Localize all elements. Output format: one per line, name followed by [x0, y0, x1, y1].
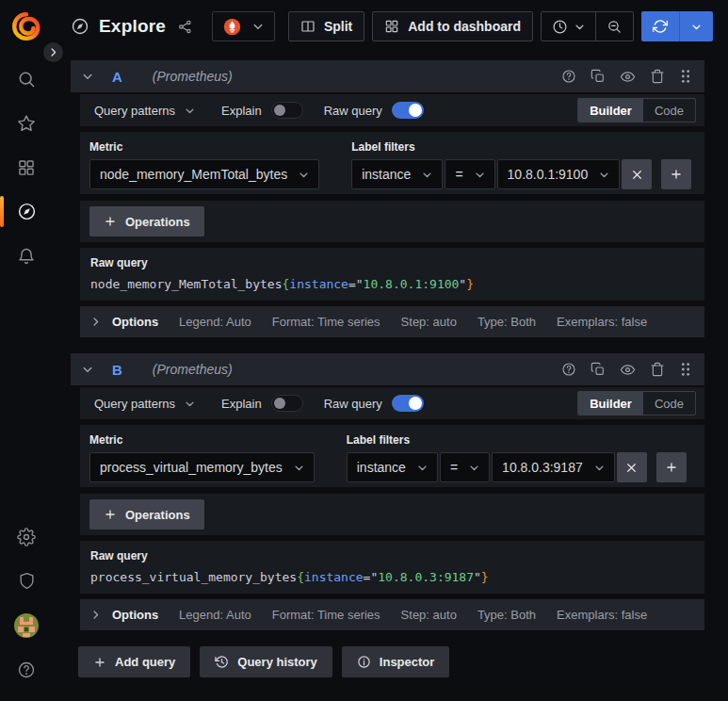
duplicate-query-button[interactable] [590, 362, 607, 377]
label-value-select[interactable]: 10.8.0.3:9187 [492, 452, 615, 482]
chevron-right-icon [48, 47, 58, 57]
share-icon[interactable] [177, 19, 193, 35]
sidebar-item-explore[interactable] [0, 189, 53, 234]
refresh-button[interactable] [641, 11, 679, 41]
add-operation-label: Operations [125, 508, 190, 522]
code-value: 10.8.0.3:9187 [378, 570, 474, 584]
plus-icon [93, 656, 106, 669]
prometheus-logo-icon [223, 18, 241, 36]
plus-icon [670, 168, 683, 181]
remove-filter-button[interactable] [622, 159, 652, 189]
sidebar-item-profile[interactable] [0, 603, 53, 647]
code-mode-button[interactable]: Code [643, 99, 695, 122]
history-icon [215, 655, 229, 669]
sidebar-item-search[interactable] [0, 57, 53, 101]
sidebar-item-dashboards[interactable] [0, 145, 53, 189]
metric-value: node_memory_MemTotal_bytes [100, 167, 287, 182]
label-operator-select[interactable]: = [445, 159, 494, 189]
add-operation-label: Operations [125, 215, 190, 229]
label-value-value: 10.8.0.1:9100 [508, 167, 589, 182]
datasource-picker[interactable] [212, 11, 275, 41]
options-title: Options [112, 608, 158, 622]
code-metric: process_virtual_memory_bytes [90, 570, 297, 584]
refresh-interval-dropdown[interactable] [680, 11, 713, 41]
drag-handle[interactable] [678, 69, 693, 84]
raw-query-preview: Raw query node_memory_MemTotal_bytes{ins… [80, 248, 704, 301]
label-key-select[interactable]: instance [347, 452, 438, 482]
raw-query-code: node_memory_MemTotal_bytes{instance="10.… [90, 277, 694, 291]
disable-query-button[interactable] [619, 69, 637, 85]
label-operator-select[interactable]: = [440, 452, 490, 482]
chevron-down-icon [252, 21, 264, 32]
query-row-header[interactable]: B (Prometheus) [71, 353, 704, 385]
info-circle-icon [357, 655, 371, 669]
builder-mode-button[interactable]: Builder [578, 392, 643, 415]
disable-query-button[interactable] [619, 362, 637, 378]
explain-toggle[interactable] [271, 102, 303, 119]
add-to-dashboard-button[interactable]: Add to dashboard [372, 11, 533, 41]
sidebar-item-starred[interactable] [0, 101, 53, 145]
add-operation-button[interactable]: Operations [89, 206, 204, 236]
raw-query-toggle[interactable] [392, 395, 424, 412]
query-options-row[interactable]: Options Legend: Auto Format: Time series… [80, 306, 704, 337]
time-picker-button[interactable] [542, 12, 595, 41]
raw-query-title: Raw query [90, 549, 694, 562]
query-row-header[interactable]: A (Prometheus) [71, 60, 704, 92]
query-patterns-dropdown[interactable]: Query patterns [89, 94, 201, 126]
plus-icon [104, 215, 117, 228]
remove-query-button[interactable] [649, 362, 666, 377]
raw-query-toggle[interactable] [392, 102, 424, 119]
add-operation-button[interactable]: Operations [89, 499, 204, 530]
metric-select[interactable]: node_memory_MemTotal_bytes [89, 159, 319, 189]
builder-mode-button[interactable]: Builder [578, 99, 643, 122]
query-patterns-dropdown[interactable]: Query patterns [89, 387, 201, 419]
query-options-row[interactable]: Options Legend: Auto Format: Time series… [80, 599, 704, 630]
zoom-out-button[interactable] [596, 12, 633, 41]
split-button[interactable]: Split [288, 11, 364, 41]
chevron-down-icon [185, 106, 195, 116]
search-icon [17, 70, 36, 89]
label-key-value: instance [357, 460, 406, 475]
metric-label: Metric [89, 433, 315, 447]
alerting-bell-icon [17, 247, 36, 266]
remove-filter-button[interactable] [617, 452, 647, 482]
eye-icon [620, 69, 636, 85]
inspector-label: Inspector [380, 655, 435, 669]
sidebar-expand-button[interactable] [41, 41, 65, 64]
option-step: Step: auto [401, 608, 457, 622]
eye-icon [620, 362, 636, 378]
drag-handle[interactable] [678, 362, 693, 377]
chevron-down-icon [574, 22, 585, 32]
label-key-select[interactable]: instance [351, 159, 443, 189]
query-help-button[interactable] [560, 69, 577, 84]
explain-toggle[interactable] [271, 395, 303, 412]
sidebar-item-server-admin[interactable] [0, 559, 53, 603]
add-filter-button[interactable] [661, 159, 691, 189]
shield-icon [18, 572, 36, 590]
remove-query-button[interactable] [649, 69, 666, 84]
question-circle-icon [561, 362, 576, 377]
code-mode-button[interactable]: Code [643, 392, 695, 415]
chevron-right-icon [90, 610, 101, 620]
query-help-button[interactable] [560, 362, 577, 377]
sidebar-item-alerting[interactable] [0, 234, 53, 278]
star-icon [17, 114, 36, 133]
label-value-select[interactable]: 10.8.0.1:9100 [497, 159, 621, 189]
code-label-key: instance [289, 277, 348, 291]
option-format: Format: Time series [272, 608, 380, 622]
query-history-button[interactable]: Query history [200, 646, 332, 677]
inspector-button[interactable]: Inspector [342, 646, 450, 677]
clock-icon [552, 19, 568, 35]
duplicate-query-button[interactable] [590, 69, 607, 84]
editor-mode-switch: Builder Code [577, 391, 696, 416]
sidebar-item-configuration[interactable] [0, 514, 53, 559]
sidebar-item-help[interactable] [0, 647, 53, 692]
raw-query-code: process_virtual_memory_bytes{instance="1… [90, 570, 694, 584]
add-query-button[interactable]: Add query [78, 646, 190, 677]
chevron-down-icon [294, 463, 304, 473]
chevron-down-icon [469, 463, 479, 473]
plus-icon [665, 461, 678, 474]
add-filter-button[interactable] [656, 452, 687, 482]
metric-select[interactable]: process_virtual_memory_bytes [89, 452, 315, 482]
editor-mode-switch: Builder Code [577, 98, 696, 122]
